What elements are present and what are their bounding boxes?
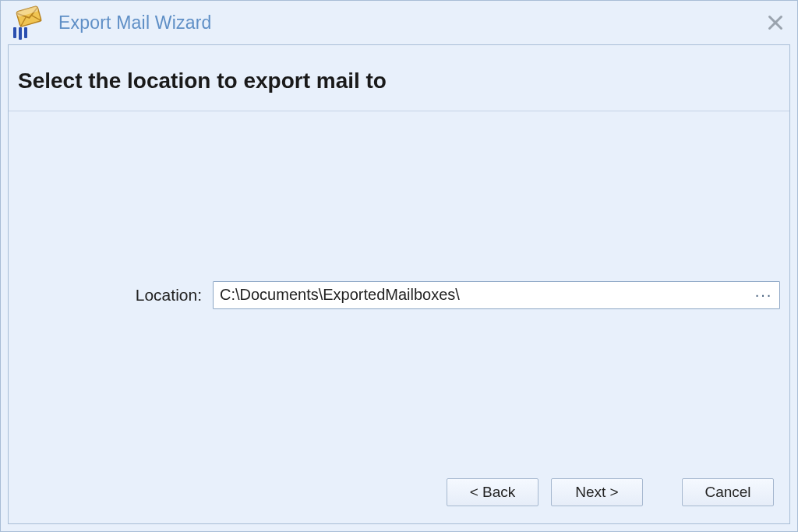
back-button[interactable]: < Back bbox=[447, 478, 538, 506]
ellipsis-icon: ··· bbox=[755, 286, 773, 304]
location-field-wrap: ··· bbox=[213, 281, 780, 309]
close-button[interactable] bbox=[764, 12, 786, 33]
export-mail-wizard-window: Export Mail Wizard Select the location t… bbox=[0, 0, 798, 532]
location-input[interactable] bbox=[213, 281, 780, 309]
svg-rect-1 bbox=[19, 27, 22, 40]
svg-rect-0 bbox=[13, 27, 16, 38]
svg-rect-2 bbox=[24, 27, 27, 38]
cancel-button[interactable]: Cancel bbox=[682, 478, 774, 506]
page-heading: Select the location to export mail to bbox=[9, 45, 789, 111]
browse-button[interactable]: ··· bbox=[747, 281, 780, 309]
next-button[interactable]: Next > bbox=[551, 478, 643, 506]
close-icon bbox=[768, 15, 783, 30]
wizard-content: Select the location to export mail to Lo… bbox=[8, 44, 790, 524]
location-row: Location: ··· bbox=[18, 281, 780, 309]
wizard-body: Location: ··· bbox=[9, 111, 789, 478]
mail-envelope-icon bbox=[9, 4, 46, 41]
wizard-footer: < Back Next > Cancel bbox=[9, 478, 789, 523]
window-title: Export Mail Wizard bbox=[58, 12, 764, 33]
titlebar: Export Mail Wizard bbox=[1, 1, 797, 44]
location-label: Location: bbox=[18, 286, 213, 305]
